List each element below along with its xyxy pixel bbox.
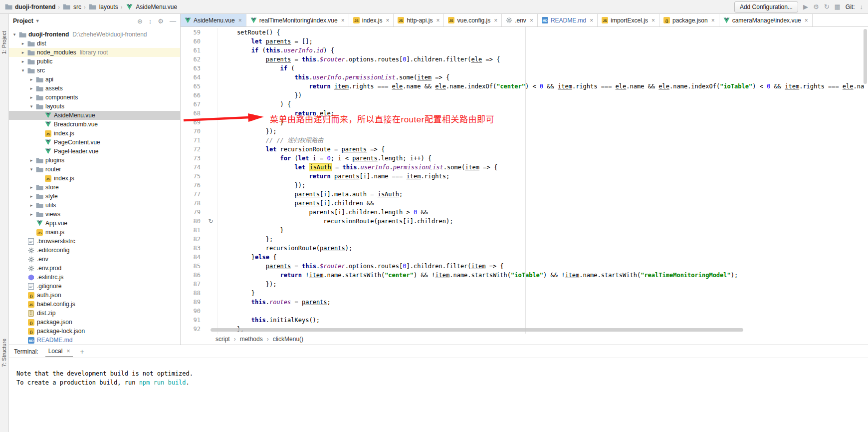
tree-item-.env.prod[interactable]: .env.prod — [9, 264, 180, 273]
terminal-output[interactable]: Note that the development build is not o… — [9, 358, 868, 387]
close-icon[interactable]: × — [711, 17, 715, 24]
horizontal-scrollbar[interactable] — [211, 328, 743, 332]
code-line[interactable]: 85 parents = this.$router.options.routes… — [181, 262, 868, 271]
code-line[interactable]: 90 — [181, 307, 868, 316]
code-line[interactable]: 60 let parents = []; — [181, 37, 868, 46]
code-line[interactable]: 69 } — [181, 118, 868, 127]
chevron-right-icon[interactable]: ▸ — [28, 194, 35, 199]
tree-item-auth.json[interactable]: {}auth.json — [9, 291, 180, 300]
code-line[interactable]: 75 return parents[i].name === item.right… — [181, 172, 868, 181]
tree-item-app.vue[interactable]: App.vue — [9, 219, 180, 228]
chevron-right-icon[interactable]: ▸ — [28, 77, 35, 82]
tree-item-public[interactable]: ▸public — [9, 57, 180, 66]
tab-.env[interactable]: .env× — [502, 14, 538, 26]
close-icon[interactable]: × — [805, 17, 808, 24]
close-icon[interactable]: × — [238, 17, 242, 24]
code-line[interactable]: 68 return ele; — [181, 109, 868, 118]
tree-item-router[interactable]: ▾router — [9, 165, 180, 174]
code-line[interactable]: 66 }) — [181, 91, 868, 100]
code-line[interactable]: 59 setRoute() { — [181, 28, 868, 37]
tree-item-duoji-frontend[interactable]: ▾duoji-frontendD:\zheheWeb\duoji-fronten… — [9, 30, 180, 39]
tree-item-main.js[interactable]: JSmain.js — [9, 228, 180, 237]
tree-item-index.js[interactable]: JSindex.js — [9, 129, 180, 138]
close-icon[interactable]: × — [651, 17, 655, 24]
close-icon[interactable]: × — [66, 348, 70, 355]
close-icon[interactable]: × — [494, 17, 497, 24]
tree-item-style[interactable]: ▸style — [9, 192, 180, 201]
tree-item-assets[interactable]: ▸assets — [9, 84, 180, 93]
chevron-right-icon[interactable]: ▸ — [28, 212, 35, 217]
project-toolwindow-button[interactable]: 1: Project — [1, 31, 7, 54]
code-line[interactable]: 73 for (let i = 0; i < parents.length; i… — [181, 154, 868, 163]
chevron-right-icon[interactable]: ▸ — [28, 86, 35, 91]
tree-item-src[interactable]: ▾src — [9, 66, 180, 75]
tree-item-.gitignore[interactable]: .gitignore — [9, 282, 180, 291]
code-line[interactable]: 78 parents[i].children && — [181, 199, 868, 208]
chevron-right-icon[interactable]: ▸ — [19, 50, 26, 55]
chevron-right-icon[interactable]: ▸ — [28, 203, 35, 208]
tab-readme.md[interactable]: MDREADME.md× — [538, 14, 598, 26]
breadcrumb-item[interactable]: AsideMenu.vue — [124, 3, 178, 10]
code-line[interactable]: 84 }else { — [181, 253, 868, 262]
tree-item-.eslintrc.js[interactable]: .eslintrc.js — [9, 273, 180, 282]
tree-item-node-modules[interactable]: ▸node_moduleslibrary root — [9, 48, 180, 57]
close-icon[interactable]: × — [386, 17, 389, 24]
tree-item-.editorconfig[interactable]: .editorconfig — [9, 246, 180, 255]
breadcrumb-item[interactable]: duoji-frontend — [3, 3, 56, 10]
tab-realtimemonitoring-index.vue[interactable]: realTimeMonitoring\index.vue× — [246, 14, 349, 26]
run-icon[interactable]: ▶ — [803, 3, 808, 10]
chevron-right-icon[interactable]: ▸ — [28, 158, 35, 163]
locate-file-icon[interactable]: ⊕ — [137, 17, 143, 25]
code-line[interactable]: 64 this.userInfo.permissionList.some(ite… — [181, 73, 868, 82]
tree-item-.browserslistrc[interactable]: .browserslistrc — [9, 237, 180, 246]
tree-item-package.json[interactable]: {}package.json — [9, 318, 180, 327]
code-line[interactable]: 88 } — [181, 289, 868, 298]
code-line[interactable]: 65 return item.rights === ele.name && el… — [181, 82, 868, 91]
tree-item-babel.config.js[interactable]: JSbabel.config.js — [9, 300, 180, 309]
close-icon[interactable]: × — [436, 17, 439, 24]
tree-item-plugins[interactable]: ▸plugins — [9, 156, 180, 165]
code-line[interactable]: 80↻ recursionRoute(parents[i].children); — [181, 217, 868, 226]
code-line[interactable]: 61 if (this.userInfo.id) { — [181, 46, 868, 55]
code-line[interactable]: 83 recursionRoute(parents); — [181, 244, 868, 253]
tree-item-readme.md[interactable]: MDREADME.md — [9, 336, 180, 345]
chevron-right-icon[interactable]: ▸ — [28, 185, 35, 190]
tree-item-views[interactable]: ▸views — [9, 210, 180, 219]
code-line[interactable]: 79 parents[i].children.length > 0 && — [181, 208, 868, 217]
hide-panel-icon[interactable]: — — [170, 17, 176, 25]
terminal-tab-local[interactable]: Local × — [45, 346, 73, 357]
vertical-scrollbar[interactable] — [864, 29, 867, 84]
close-icon[interactable]: × — [341, 17, 345, 24]
project-view-dropdown[interactable]: Project▼ — [13, 17, 40, 24]
git-update-icon[interactable]: ↓ — [860, 3, 864, 10]
code-line[interactable]: 72 let recursionRoute = parents => { — [181, 145, 868, 154]
tree-item-breadcrumb.vue[interactable]: Breadcrumb.vue — [9, 120, 180, 129]
tree-item-dist[interactable]: ▸dist — [9, 39, 180, 48]
tree-item-utils[interactable]: ▸utils — [9, 201, 180, 210]
code-line[interactable]: 63 if ( — [181, 64, 868, 73]
chevron-right-icon[interactable]: ▸ — [28, 95, 35, 100]
tree-item-pageheader.vue[interactable]: PageHeader.vue — [9, 147, 180, 156]
recursion-icon[interactable]: ↻ — [208, 218, 213, 225]
editor-breadcrumb-item[interactable]: script — [216, 336, 230, 343]
collapse-all-icon[interactable]: ↕ — [149, 17, 152, 25]
add-configuration-button[interactable]: Add Configuration... — [734, 1, 798, 12]
breadcrumb-item[interactable]: src — [61, 3, 82, 10]
editor-breadcrumb-item[interactable]: methods — [240, 336, 263, 343]
code-line[interactable]: 77 parents[i].meta.auth = isAuth; — [181, 190, 868, 199]
tree-item-layouts[interactable]: ▾layouts — [9, 102, 180, 111]
tree-item-pagecontent.vue[interactable]: PageContent.vue — [9, 138, 180, 147]
code-area[interactable]: 59 setRoute() {60 let parents = [];61 if… — [181, 27, 868, 334]
close-icon[interactable]: × — [590, 17, 593, 24]
new-terminal-icon[interactable]: + — [80, 348, 84, 356]
code-line[interactable]: 74 let isAuth = this.userInfo.permission… — [181, 163, 868, 172]
code-line[interactable]: 86 return !item.name.startsWith("center"… — [181, 271, 868, 280]
tree-item-api[interactable]: ▸api — [9, 75, 180, 84]
chevron-right-icon[interactable]: ▸ — [19, 59, 26, 64]
grid-icon[interactable]: ▦ — [835, 3, 841, 10]
tree-item-asidemenu.vue[interactable]: AsideMenu.vue — [9, 111, 180, 120]
code-line[interactable]: 82 }; — [181, 235, 868, 244]
code-line[interactable]: 70 }); — [181, 127, 868, 136]
update-icon[interactable]: ↻ — [824, 3, 830, 10]
chevron-right-icon[interactable]: ▸ — [19, 41, 26, 46]
